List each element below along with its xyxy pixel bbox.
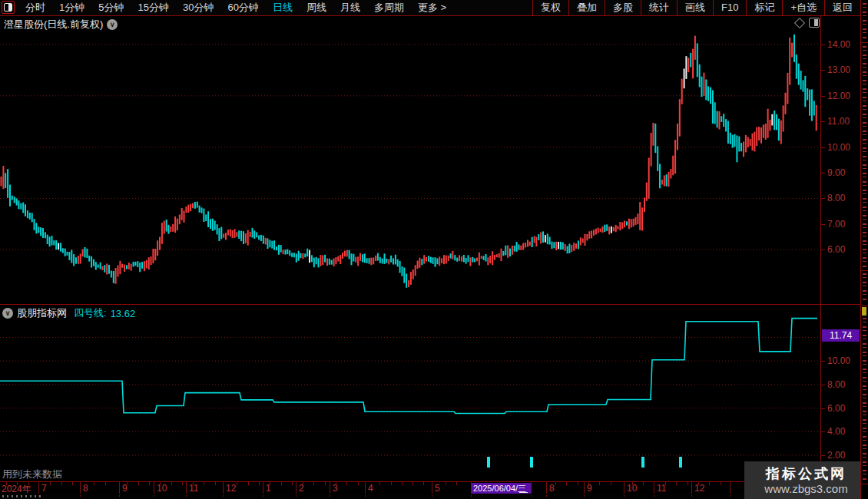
layout-window-icon[interactable] (2, 1, 15, 14)
date-axis: 2025/06/04/三 2024年7891011121234589101112 (0, 481, 861, 495)
clipped-bottom-pane (0, 494, 868, 499)
price-axis-label: 11.00 (827, 116, 850, 127)
indicator-axis-label: 4.00 (827, 426, 845, 437)
toolbar-button-6[interactable]: 标记 (746, 0, 782, 15)
price-axis-label: 10.00 (827, 142, 850, 153)
indicator-value-badge: 11.74 (822, 329, 860, 342)
clipped-yellow-glyph (862, 307, 866, 316)
month-label: 10 (157, 483, 167, 494)
indicator-source-label: 股朋指标网 (17, 306, 67, 320)
toolbar-button-3[interactable]: 统计 (641, 0, 677, 15)
toolbar-button-8[interactable]: 返回 (824, 0, 861, 15)
indicator-axis-label: 10.00 (827, 355, 850, 366)
clipped-side-toolbar (860, 0, 868, 499)
indicator-chart[interactable] (0, 305, 819, 481)
toolbar-button-4[interactable]: 画线 (677, 0, 713, 15)
period-tab-4[interactable]: 30分钟 (176, 0, 220, 15)
period-tab-10[interactable]: 更多 > (411, 0, 453, 15)
watermark-url: www.zbgs3.com (764, 482, 847, 496)
period-tab-7[interactable]: 周线 (300, 0, 333, 15)
period-tab-2[interactable]: 5分钟 (91, 0, 131, 15)
main-candlestick-chart[interactable] (0, 16, 819, 304)
month-label: 12 (694, 483, 704, 494)
month-label: 11 (189, 483, 198, 494)
watermark: 指标公式网 www.zbgs3.com (744, 461, 868, 499)
toolbar-buttons: 复权叠加多股统计画线F10标记+自选返回 (532, 0, 861, 15)
indicator-axis-label: 2.00 (827, 450, 845, 461)
period-tab-5[interactable]: 60分钟 (220, 0, 265, 15)
indicator-line-label: 四号线: (74, 306, 107, 320)
indicator-axis-label: 6.00 (827, 403, 845, 414)
watermark-title: 指标公式网 (766, 465, 846, 482)
toolbar-button-7[interactable]: +自选 (782, 0, 824, 15)
price-axis-label: 7.00 (827, 219, 845, 230)
indicator-line-value: 13.62 (111, 308, 136, 319)
month-label: 12 (226, 483, 236, 494)
collapse-chevron-icon[interactable]: ∨ (2, 308, 13, 319)
period-tabs: 分时1分钟5分钟15分钟30分钟60分钟日线周线月线多周期更多 > (18, 0, 453, 15)
period-tab-9[interactable]: 多周期 (367, 0, 411, 15)
indicator-axis-label: 8.00 (827, 379, 845, 390)
toolbar-button-1[interactable]: 叠加 (568, 0, 605, 15)
clipped-text-fragment (2, 495, 42, 497)
month-label: 7 (41, 483, 47, 494)
future-data-warning: 用到未来数据 (2, 468, 62, 481)
month-label: 4 (368, 483, 373, 494)
period-tab-0[interactable]: 分时 (18, 0, 52, 15)
period-tab-1[interactable]: 1分钟 (52, 0, 91, 15)
toolbar-button-0[interactable]: 复权 (532, 0, 568, 15)
indicator-header: ∨ 股朋指标网 四号线: 13.62 (2, 306, 135, 320)
price-axis-label: 9.00 (827, 167, 845, 178)
period-tab-8[interactable]: 月线 (333, 0, 367, 15)
period-tab-6[interactable]: 日线 (266, 0, 300, 15)
top-toolbar: 分时1分钟5分钟15分钟30分钟60分钟日线周线月线多周期更多 > 复权叠加多股… (0, 0, 868, 16)
price-axis-label: 13.00 (827, 64, 850, 75)
price-axis-label: 12.00 (827, 91, 850, 101)
price-axis-label: 6.00 (827, 244, 845, 255)
price-axis-label: 8.00 (827, 193, 845, 203)
month-label: 8 (83, 483, 88, 494)
toolbar-button-2[interactable]: 多股 (605, 0, 641, 15)
period-tab-3[interactable]: 15分钟 (131, 0, 175, 15)
month-label: 5 (435, 483, 440, 494)
month-label: 8 (549, 483, 555, 494)
toolbar-button-5[interactable]: F10 (713, 0, 746, 15)
selected-date-underline (519, 492, 528, 493)
price-axis-label: 14.00 (827, 39, 850, 50)
